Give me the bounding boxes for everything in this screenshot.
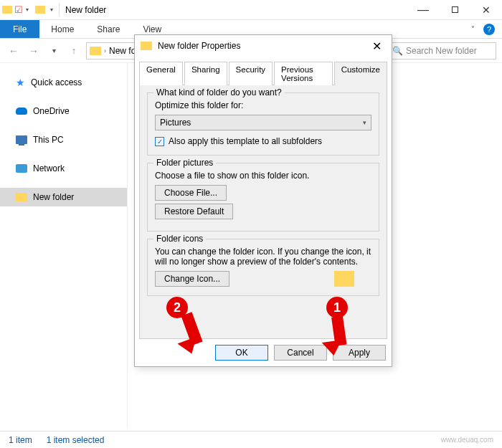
chevron-down-icon[interactable]: ▾ [47, 6, 56, 13]
group-legend: Folder pictures [153, 158, 216, 168]
optimize-select[interactable]: Pictures ▾ [155, 115, 371, 130]
selection-count: 1 item selected [47, 435, 105, 445]
help-button[interactable]: ? [483, 24, 495, 35]
folder-icons-text: You can change the folder icon. If you c… [155, 247, 371, 267]
sidebar-item-network[interactable]: Network [0, 159, 127, 178]
folder-icon [35, 6, 45, 14]
sidebar-label: New folder [33, 192, 74, 202]
select-value: Pictures [160, 118, 191, 128]
checkbox-icon: ✓ [155, 137, 164, 146]
group-folder-kind: What kind of folder do you want? Optimiz… [147, 92, 379, 156]
properties-dialog: New folder Properties ✕ General Sharing … [134, 34, 392, 367]
group-legend: Folder icons [153, 234, 206, 244]
tab-sharing[interactable]: Sharing [184, 62, 227, 85]
folder-icon [141, 42, 152, 50]
separator [59, 4, 60, 16]
folder-pictures-text: Choose a file to show on this folder ico… [155, 171, 371, 181]
dialog-titlebar[interactable]: New folder Properties ✕ [135, 35, 392, 57]
tab-customize[interactable]: Customize [334, 62, 387, 85]
sidebar-label: OneDrive [33, 106, 70, 116]
sidebar-item-onedrive[interactable]: OneDrive [0, 102, 127, 120]
chevron-down-icon: ▾ [363, 119, 366, 126]
search-placeholder: Search New folder [406, 46, 477, 56]
breadcrumb[interactable]: New fo [109, 46, 136, 56]
home-tab[interactable]: Home [39, 20, 85, 38]
star-icon: ★ [16, 77, 25, 88]
window-title: New folder [62, 5, 407, 15]
back-button[interactable]: ← [6, 43, 22, 59]
share-tab[interactable]: Share [85, 20, 131, 38]
network-icon [16, 164, 27, 173]
search-icon: 🔍 [392, 46, 403, 56]
sidebar-label: This PC [33, 135, 64, 145]
checkmark-icon: ☑ [14, 4, 23, 15]
tab-previous-versions[interactable]: Previous Versions [274, 62, 333, 85]
sidebar-label: Network [33, 163, 65, 173]
cloud-icon [16, 108, 27, 115]
dialog-body: What kind of folder do you want? Optimiz… [139, 85, 387, 339]
change-icon-button[interactable]: Change Icon... [155, 271, 229, 287]
folder-icon [16, 193, 27, 201]
window-titlebar: ☑ ▾ ▾ New folder — ✕ [0, 0, 502, 20]
group-folder-icons: Folder icons You can change the folder i… [147, 239, 379, 296]
checkbox-label: Also apply this template to all subfolde… [169, 136, 322, 146]
sidebar-item-quick-access[interactable]: ★ Quick access [0, 73, 127, 92]
watermark: www.deuaq.com [118, 436, 493, 444]
forward-button[interactable]: → [26, 43, 42, 59]
chevron-down-icon: ▾ [26, 6, 29, 13]
dialog-buttons: OK Cancel Apply [135, 339, 392, 366]
dialog-title: New folder Properties [158, 41, 368, 51]
up-button[interactable]: ↑ [66, 43, 82, 59]
folder-icon-preview [334, 271, 354, 287]
close-button[interactable]: ✕ [470, 0, 502, 20]
apply-button[interactable]: Apply [333, 345, 386, 361]
ok-button[interactable]: OK [215, 345, 268, 361]
item-count: 1 item [9, 435, 32, 445]
quick-access-toolbar[interactable]: ☑ ▾ [14, 4, 29, 15]
group-legend: What kind of folder do you want? [153, 87, 285, 97]
file-tab[interactable]: File [0, 20, 39, 38]
group-folder-pictures: Folder pictures Choose a file to show on… [147, 163, 379, 232]
choose-file-button[interactable]: Choose File... [155, 185, 227, 201]
close-button[interactable]: ✕ [368, 39, 386, 53]
tab-security[interactable]: Security [229, 62, 273, 85]
sidebar-item-this-pc[interactable]: This PC [0, 130, 127, 149]
apply-subfolders-checkbox[interactable]: ✓ Also apply this template to all subfol… [155, 136, 371, 146]
optimize-label: Optimize this folder for: [155, 100, 371, 110]
restore-default-button[interactable]: Restore Default [155, 204, 233, 219]
status-bar: 1 item 1 item selected www.deuaq.com [0, 431, 502, 448]
cancel-button[interactable]: Cancel [274, 345, 327, 361]
sidebar-item-new-folder[interactable]: New folder [0, 188, 127, 206]
dialog-tabs: General Sharing Security Previous Versio… [135, 57, 392, 85]
computer-icon [16, 135, 27, 144]
folder-icon [90, 47, 101, 55]
history-dropdown[interactable]: ▾ [46, 43, 62, 59]
maximize-button[interactable] [439, 0, 470, 20]
sidebar-label: Quick access [31, 77, 82, 87]
minimize-button[interactable]: — [407, 0, 439, 20]
navigation-pane: ★ Quick access OneDrive This PC Network … [0, 63, 128, 429]
folder-icon [2, 6, 12, 14]
search-input[interactable]: 🔍 Search New folder [389, 42, 496, 59]
ribbon-collapse-button[interactable]: ˅ [463, 20, 483, 38]
tab-general[interactable]: General [139, 62, 183, 85]
